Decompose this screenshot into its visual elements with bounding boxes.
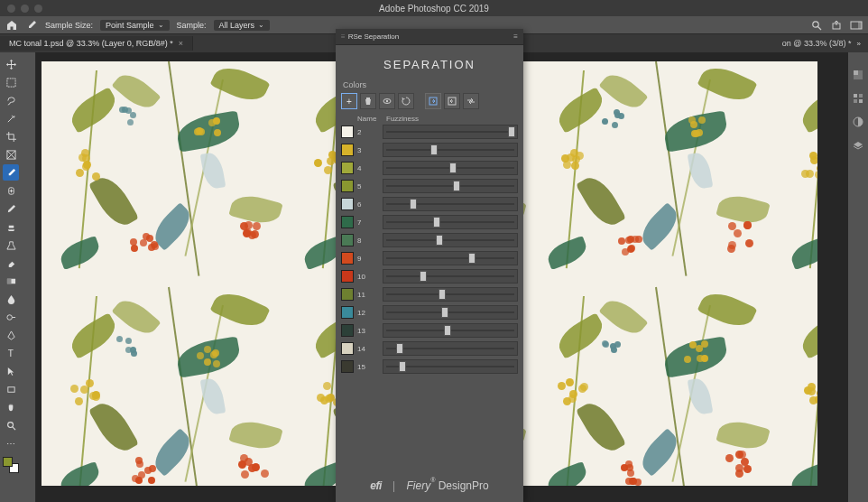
import-button[interactable] (425, 93, 441, 109)
color-swatch[interactable] (341, 324, 354, 337)
color-swatch[interactable] (341, 306, 354, 319)
fuzziness-slider[interactable] (383, 305, 518, 320)
close-window-button[interactable] (7, 5, 15, 13)
add-color-button[interactable]: + (341, 93, 357, 109)
separation-row[interactable]: 4 (341, 159, 518, 177)
pen-tool[interactable] (3, 327, 19, 343)
app-title: Adobe Photoshop CC 2019 (379, 4, 489, 14)
separation-row[interactable]: 13 (341, 321, 518, 339)
panel-tab-label: RSe Separation (348, 33, 399, 41)
color-swatch[interactable] (341, 126, 354, 138)
dodge-tool[interactable] (3, 309, 19, 325)
swap-button[interactable] (463, 93, 479, 109)
lasso-tool[interactable] (3, 92, 19, 108)
move-tool[interactable] (3, 56, 19, 72)
document-tab-2-fragment[interactable]: on @ 33.3% (3/8) * (782, 39, 852, 48)
separation-row[interactable]: 12 (341, 303, 518, 321)
clone-stamp-tool[interactable] (3, 218, 19, 235)
fuzziness-header: Fuzziness (386, 115, 518, 123)
panel-menu-icon[interactable]: ≡ (513, 33, 518, 41)
color-swatches[interactable] (3, 457, 19, 473)
maximize-window-button[interactable] (34, 5, 42, 13)
svg-rect-22 (854, 99, 857, 103)
color-swatch[interactable] (341, 252, 354, 265)
healing-brush-tool[interactable] (3, 182, 19, 199)
svg-line-1 (818, 26, 822, 30)
eyedropper-tool[interactable] (3, 164, 19, 181)
separation-row[interactable]: 2 (341, 123, 518, 141)
color-swatch[interactable] (341, 144, 354, 156)
magic-wand-tool[interactable] (3, 110, 19, 126)
separation-row[interactable]: 8 (341, 231, 518, 249)
separation-row[interactable]: 7 (341, 213, 518, 231)
color-swatch[interactable] (341, 234, 354, 246)
separation-row[interactable]: 5 (341, 177, 518, 195)
workspace-icon[interactable] (850, 19, 863, 32)
color-swatch[interactable] (341, 360, 354, 373)
hand-tool[interactable] (3, 399, 19, 415)
edit-toolbar[interactable]: ⋯ (3, 435, 19, 451)
minimize-window-button[interactable] (21, 5, 29, 13)
color-swatch[interactable] (341, 216, 354, 228)
fuzziness-slider[interactable] (383, 215, 518, 229)
sample-size-select[interactable]: Point Sample⌄ (100, 20, 170, 31)
frame-tool[interactable] (3, 146, 19, 163)
separation-row[interactable]: 11 (341, 285, 518, 303)
zoom-tool[interactable] (3, 417, 19, 433)
export-button[interactable] (444, 93, 460, 109)
search-icon[interactable] (810, 19, 823, 32)
fuzziness-slider[interactable] (383, 287, 518, 302)
eraser-tool[interactable] (3, 255, 19, 271)
marquee-tool[interactable] (3, 74, 19, 90)
fuzziness-slider[interactable] (383, 359, 518, 374)
swatches-panel-icon[interactable] (852, 92, 864, 105)
fuzziness-slider[interactable] (383, 143, 518, 157)
delete-color-button[interactable] (360, 93, 376, 109)
separation-row[interactable]: 14 (341, 339, 518, 358)
refresh-button[interactable] (398, 93, 414, 109)
brush-tool[interactable] (3, 200, 19, 217)
color-swatch[interactable] (341, 342, 354, 355)
fuzziness-slider[interactable] (383, 161, 518, 175)
separation-row[interactable]: 6 (341, 195, 518, 213)
separation-row[interactable]: 3 (341, 141, 518, 159)
crop-tool[interactable] (3, 128, 19, 144)
separation-row[interactable]: 15 (341, 358, 518, 376)
panel-tab-header[interactable]: ≡ RSe Separation ≡ (336, 29, 523, 45)
blur-tool[interactable] (3, 291, 19, 307)
share-icon[interactable] (830, 19, 843, 32)
color-name: 7 (357, 218, 379, 227)
fuzziness-slider[interactable] (383, 251, 518, 265)
color-swatch[interactable] (341, 270, 354, 283)
history-brush-tool[interactable] (3, 237, 19, 253)
color-swatch[interactable] (341, 288, 354, 301)
type-tool[interactable]: T (3, 345, 19, 361)
sample-select[interactable]: All Layers⌄ (214, 20, 271, 31)
color-swatch[interactable] (341, 180, 354, 192)
gradient-tool[interactable] (3, 273, 19, 289)
color-name: 3 (357, 146, 379, 154)
fuzziness-slider[interactable] (383, 233, 518, 247)
fuzziness-slider[interactable] (383, 341, 518, 356)
path-selection-tool[interactable] (3, 363, 19, 379)
fuzziness-slider[interactable] (383, 269, 518, 284)
separation-row[interactable]: 9 (341, 249, 518, 267)
svg-rect-23 (859, 99, 863, 103)
separation-row[interactable]: 10 (341, 267, 518, 285)
fuzziness-slider[interactable] (383, 197, 518, 211)
layers-panel-icon[interactable] (852, 139, 864, 152)
fuzziness-slider[interactable] (383, 323, 518, 338)
color-swatch[interactable] (341, 162, 354, 174)
svg-point-26 (386, 100, 388, 102)
rectangle-tool[interactable] (3, 381, 19, 397)
view-toggle-button[interactable] (379, 93, 395, 109)
fuzziness-slider[interactable] (383, 179, 518, 193)
adjustments-panel-icon[interactable] (852, 116, 864, 128)
color-swatch[interactable] (341, 198, 354, 210)
fuzziness-slider[interactable] (383, 125, 518, 139)
tab-overflow-icon[interactable]: » (857, 40, 861, 48)
document-tab-1[interactable]: MC tonal 1.psd @ 33.3% (Layer 0, RGB/8#)… (0, 36, 193, 51)
home-icon[interactable] (5, 19, 18, 32)
color-panel-icon[interactable] (852, 69, 864, 81)
close-icon[interactable]: × (179, 39, 183, 48)
